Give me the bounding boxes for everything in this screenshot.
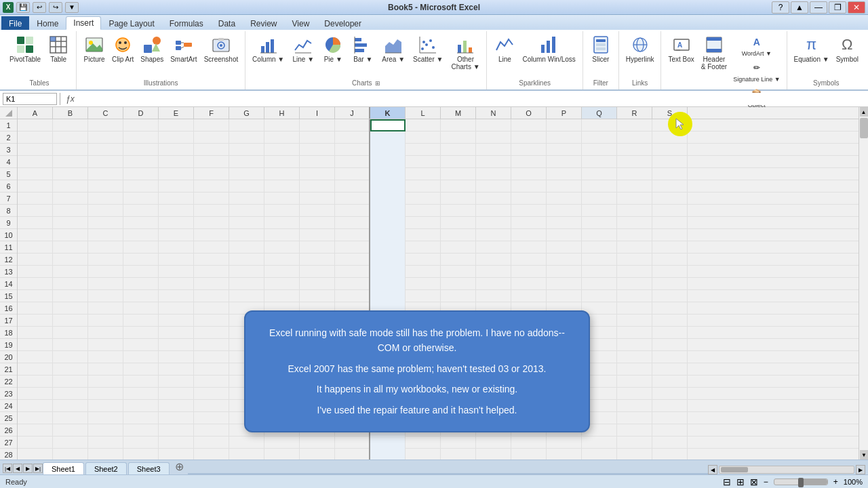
cell-O1[interactable] bbox=[511, 119, 547, 131]
cell-A26[interactable] bbox=[18, 424, 53, 436]
cell-J1[interactable] bbox=[335, 119, 370, 131]
cell-O28[interactable] bbox=[511, 449, 547, 460]
cell-H4[interactable] bbox=[264, 156, 300, 168]
cell-R14[interactable] bbox=[617, 278, 652, 290]
cell-E8[interactable] bbox=[159, 205, 194, 217]
cell-C15[interactable] bbox=[88, 290, 123, 302]
cell-G10[interactable] bbox=[229, 229, 264, 241]
cell-Q9[interactable] bbox=[582, 217, 617, 229]
cell-L28[interactable] bbox=[406, 449, 441, 460]
cell-C6[interactable] bbox=[88, 180, 123, 192]
cell-D25[interactable] bbox=[123, 412, 159, 424]
minimize-btn[interactable]: — bbox=[810, 1, 827, 14]
cell-H8[interactable] bbox=[264, 205, 300, 217]
cell-B15[interactable] bbox=[53, 290, 88, 302]
quick-customize-btn[interactable]: ▼ bbox=[65, 2, 79, 13]
cell-M2[interactable] bbox=[441, 131, 476, 144]
cell-P12[interactable] bbox=[547, 253, 582, 266]
row-header-7[interactable]: 7 bbox=[0, 192, 17, 205]
cell-E13[interactable] bbox=[159, 266, 194, 278]
cell-L8[interactable] bbox=[406, 205, 441, 217]
cell-E10[interactable] bbox=[159, 229, 194, 241]
cell-E25[interactable] bbox=[159, 412, 194, 424]
cell-Q1[interactable] bbox=[582, 119, 617, 131]
cell-C13[interactable] bbox=[88, 266, 123, 278]
v-scroll-thumb[interactable] bbox=[860, 118, 868, 138]
cell-M6[interactable] bbox=[441, 180, 476, 192]
cell-P28[interactable] bbox=[547, 449, 582, 460]
cell-I4[interactable] bbox=[300, 156, 335, 168]
last-sheet-btn[interactable]: ▶| bbox=[33, 464, 43, 473]
cell-K5[interactable] bbox=[370, 168, 406, 180]
cell-K6[interactable] bbox=[370, 180, 406, 192]
cell-F20[interactable] bbox=[194, 351, 229, 363]
cell-O14[interactable] bbox=[511, 278, 547, 290]
cell-C21[interactable] bbox=[88, 363, 123, 375]
equation-btn[interactable]: π Equation ▼ bbox=[791, 33, 832, 64]
cell-P10[interactable] bbox=[547, 229, 582, 241]
row-header-2[interactable]: 2 bbox=[0, 131, 17, 144]
cell-J9[interactable] bbox=[335, 217, 370, 229]
col-header-p[interactable]: P bbox=[547, 107, 582, 119]
cell-L15[interactable] bbox=[406, 290, 441, 302]
cell-R15[interactable] bbox=[617, 290, 652, 302]
cell-A8[interactable] bbox=[18, 205, 53, 217]
cell-B9[interactable] bbox=[53, 217, 88, 229]
cell-B21[interactable] bbox=[53, 363, 88, 375]
cell-D14[interactable] bbox=[123, 278, 159, 290]
cell-R8[interactable] bbox=[617, 205, 652, 217]
cell-Q7[interactable] bbox=[582, 192, 617, 205]
signature-btn[interactable]: ✏ Signature Line ▼ bbox=[731, 58, 782, 84]
cell-E20[interactable] bbox=[159, 351, 194, 363]
cell-A24[interactable] bbox=[18, 400, 53, 412]
cell-F16[interactable] bbox=[194, 302, 229, 314]
col-header-o[interactable]: O bbox=[511, 107, 547, 119]
cell-S13[interactable] bbox=[652, 266, 688, 278]
cell-J4[interactable] bbox=[335, 156, 370, 168]
cell-N14[interactable] bbox=[476, 278, 511, 290]
cell-D28[interactable] bbox=[123, 449, 159, 460]
cell-C18[interactable] bbox=[88, 327, 123, 339]
row-header-1[interactable]: 1 bbox=[0, 119, 17, 131]
name-box[interactable] bbox=[3, 93, 57, 105]
cell-B4[interactable] bbox=[53, 156, 88, 168]
cell-E16[interactable] bbox=[159, 302, 194, 314]
quick-save-btn[interactable]: 💾 bbox=[16, 2, 30, 13]
cell-H12[interactable] bbox=[264, 253, 300, 266]
cell-F11[interactable] bbox=[194, 241, 229, 253]
cell-B26[interactable] bbox=[53, 424, 88, 436]
cell-R23[interactable] bbox=[617, 388, 652, 400]
col-header-d[interactable]: D bbox=[123, 107, 159, 119]
cell-C11[interactable] bbox=[88, 241, 123, 253]
cell-M9[interactable] bbox=[441, 217, 476, 229]
cell-C28[interactable] bbox=[88, 449, 123, 460]
textbox-btn[interactable]: A Text Box bbox=[665, 33, 696, 64]
cell-I7[interactable] bbox=[300, 192, 335, 205]
cell-B25[interactable] bbox=[53, 412, 88, 424]
cell-G13[interactable] bbox=[229, 266, 264, 278]
col-header-j[interactable]: J bbox=[335, 107, 370, 119]
cell-N8[interactable] bbox=[476, 205, 511, 217]
cell-H7[interactable] bbox=[264, 192, 300, 205]
cell-B8[interactable] bbox=[53, 205, 88, 217]
ribbon-toggle-btn[interactable]: ▲ bbox=[791, 1, 808, 14]
cell-E18[interactable] bbox=[159, 327, 194, 339]
cell-D9[interactable] bbox=[123, 217, 159, 229]
cell-G27[interactable] bbox=[229, 436, 264, 449]
cell-I8[interactable] bbox=[300, 205, 335, 217]
cell-F17[interactable] bbox=[194, 314, 229, 327]
cell-R7[interactable] bbox=[617, 192, 652, 205]
cell-I10[interactable] bbox=[300, 229, 335, 241]
cell-L2[interactable] bbox=[406, 131, 441, 144]
cell-D8[interactable] bbox=[123, 205, 159, 217]
cell-F8[interactable] bbox=[194, 205, 229, 217]
horizontal-scrollbar[interactable] bbox=[719, 466, 854, 474]
cell-S14[interactable] bbox=[652, 278, 688, 290]
cell-C4[interactable] bbox=[88, 156, 123, 168]
cell-E14[interactable] bbox=[159, 278, 194, 290]
cell-E9[interactable] bbox=[159, 217, 194, 229]
insert-sheet-btn[interactable]: ⊕ bbox=[171, 459, 188, 474]
cell-P8[interactable] bbox=[547, 205, 582, 217]
cell-A23[interactable] bbox=[18, 388, 53, 400]
cell-J13[interactable] bbox=[335, 266, 370, 278]
